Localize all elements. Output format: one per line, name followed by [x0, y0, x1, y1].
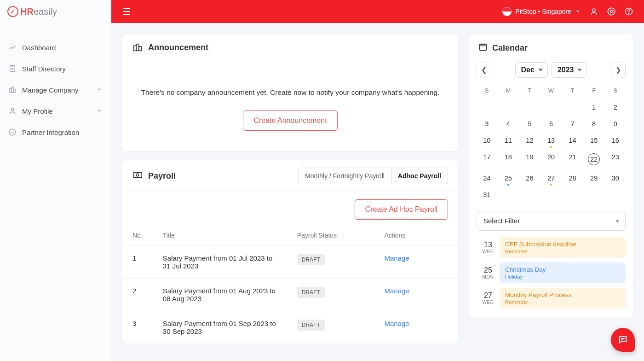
nav: DashboardStaff DirectoryManage CompanyMy… [0, 23, 111, 143]
sidebar-item-staff-directory[interactable]: Staff Directory [0, 58, 111, 79]
user-icon[interactable] [590, 7, 598, 16]
announcement-title: Announcement [148, 43, 208, 52]
chevron-down-icon: ▾ [616, 218, 619, 224]
nav-label: Manage Company [22, 86, 79, 94]
svg-point-6 [592, 9, 595, 12]
calendar-day[interactable]: 17 [477, 149, 497, 169]
calendar-day[interactable]: 28 [562, 170, 583, 186]
calendar-day[interactable]: 6 [541, 116, 562, 132]
event-title: CPF Submission deadline [505, 241, 620, 248]
calendar-day[interactable]: 31 [477, 187, 497, 203]
calendar-day[interactable]: 9 [605, 116, 626, 132]
calendar-next-button[interactable]: ❯ [611, 63, 626, 77]
svg-point-9 [628, 13, 629, 13]
sidebar-item-partner-integration[interactable]: Partner Integration [0, 122, 111, 143]
calendar-title: Calendar [492, 43, 528, 53]
calendar-day[interactable]: 2 [605, 99, 626, 115]
payroll-title: Payroll [148, 171, 176, 181]
calendar-day[interactable]: 29 [584, 170, 604, 186]
svg-rect-15 [480, 44, 487, 50]
sidebar-item-manage-company[interactable]: Manage Company [0, 79, 111, 100]
cell-no: 3 [122, 311, 153, 344]
help-icon[interactable] [625, 7, 633, 16]
logo[interactable]: ✓ HReasily [0, 0, 111, 23]
table-row: 3Salary Payment from 01 Sep 2023 to 30 S… [122, 311, 458, 344]
sidebar: ✓ HReasily DashboardStaff DirectoryManag… [0, 0, 111, 361]
event-type: Reminder [505, 299, 620, 305]
event-date: 27WED [477, 288, 500, 309]
calendar-event[interactable]: 25MONChristmas DayHoliday [477, 262, 626, 283]
announcement-card: Announcement There's no company announce… [122, 34, 458, 151]
calendar-day[interactable]: 5 [519, 116, 540, 132]
calendar-day[interactable]: 18 [498, 149, 519, 169]
nav-icon [8, 64, 17, 73]
calendar-icon [478, 42, 488, 54]
cell-title: Salary Payment from 01 Sep 2023 to 30 Se… [153, 311, 287, 344]
calendar-day[interactable]: 15 [584, 133, 604, 148]
calendar-day[interactable]: 30 [605, 170, 626, 186]
tenant-switcher[interactable]: PitStop • Singapore [502, 7, 581, 16]
payroll-table: No. Title Payroll Status Actions 1Salary… [122, 225, 458, 344]
manage-link[interactable]: Manage [385, 287, 409, 295]
payroll-tab[interactable]: Monthly / Fortnightly Payroll [299, 168, 391, 184]
calendar-year-select[interactable]: 2023 [552, 62, 587, 78]
calendar-day[interactable]: 22 [584, 149, 604, 169]
calendar-prev-button[interactable]: ❮ [477, 63, 491, 77]
calendar-day[interactable]: 25 [498, 170, 519, 186]
nav-label: Partner Integration [22, 128, 79, 136]
svg-point-14 [136, 174, 139, 177]
chat-fab[interactable] [611, 328, 635, 352]
cell-status: DRAFT [287, 311, 374, 344]
manage-link[interactable]: Manage [385, 254, 409, 262]
calendar-dow: T [519, 84, 540, 99]
manage-link[interactable]: Manage [385, 320, 409, 327]
cell-title: Salary Payment from 01 Aug 2023 to 08 Au… [153, 279, 287, 311]
calendar-day[interactable]: 21 [562, 149, 583, 169]
calendar-day[interactable]: 12 [519, 133, 540, 148]
calendar-day[interactable]: 8 [584, 116, 604, 132]
create-adhoc-payroll-button[interactable]: Create Ad Hoc Payroll [355, 199, 448, 220]
calendar-month-select[interactable]: Dec [515, 62, 548, 78]
calendar-dow: S [477, 84, 497, 99]
calendar-card: Calendar ❮ Dec 2023 ❯ SMTWTFS12345678910… [469, 34, 633, 318]
calendar-day[interactable]: 20 [541, 149, 562, 169]
svg-rect-12 [139, 47, 142, 51]
calendar-day[interactable]: 1 [584, 99, 604, 115]
create-announcement-button[interactable]: Create Announcement [243, 111, 337, 131]
event-title: Monthly Payroll Process [505, 291, 620, 298]
menu-toggle-icon[interactable]: ☰ [122, 6, 131, 17]
calendar-day[interactable]: 4 [498, 116, 519, 132]
svg-point-7 [610, 11, 613, 13]
announcement-icon [132, 42, 143, 52]
sidebar-item-my-profile[interactable]: My Profile [0, 100, 111, 122]
calendar-day[interactable]: 11 [498, 133, 519, 148]
calendar-event[interactable]: 13WEDCPF Submission deadlineReminder [477, 237, 626, 258]
calendar-filter-select[interactable]: Select Filter ▾ [477, 211, 626, 231]
calendar-day[interactable]: 7 [562, 116, 583, 132]
table-row: 1Salary Payment from 01 Jul 2023 to 31 J… [122, 246, 458, 279]
cell-actions: Manage [374, 311, 459, 344]
event-date: 25MON [477, 262, 500, 283]
calendar-day[interactable]: 23 [605, 149, 626, 169]
calendar-day[interactable]: 3 [477, 116, 497, 132]
calendar-day[interactable]: 24 [477, 170, 497, 186]
sidebar-item-dashboard[interactable]: Dashboard [0, 37, 111, 58]
calendar-grid: SMTWTFS123456789101112131415161718192021… [477, 84, 626, 203]
calendar-dow: M [498, 84, 519, 99]
settings-icon[interactable] [607, 7, 615, 16]
calendar-day[interactable]: 19 [519, 149, 540, 169]
cell-actions: Manage [374, 246, 459, 279]
calendar-day[interactable]: 10 [477, 133, 497, 148]
calendar-day[interactable]: 27 [541, 170, 562, 186]
payroll-tab[interactable]: Adhoc Payroll [391, 168, 448, 184]
calendar-day[interactable]: 13 [541, 133, 562, 148]
chevron-down-icon [575, 8, 581, 15]
calendar-day[interactable]: 14 [562, 133, 583, 148]
calendar-dow: S [605, 84, 626, 99]
calendar-day[interactable]: 16 [605, 133, 626, 148]
calendar-dow: T [562, 84, 583, 99]
status-badge: DRAFT [297, 320, 325, 331]
calendar-day[interactable]: 26 [519, 170, 540, 186]
chevron-down-icon [96, 86, 103, 94]
calendar-event[interactable]: 27WEDMonthly Payroll ProcessReminder [477, 288, 626, 309]
